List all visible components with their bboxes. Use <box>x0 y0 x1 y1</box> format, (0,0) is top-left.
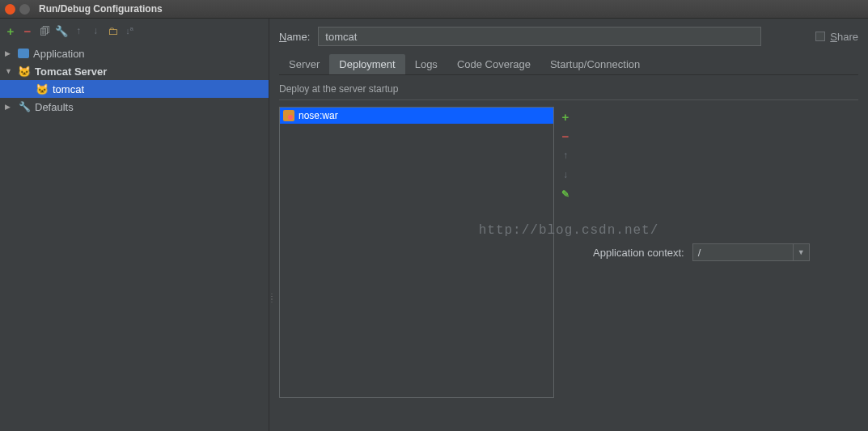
remove-artifact-icon[interactable]: − <box>559 129 572 142</box>
artifact-list[interactable]: nose:war <box>279 107 554 398</box>
wrench-icon: 🔧 <box>18 100 31 113</box>
window-title: Run/Debug Configurations <box>39 3 163 15</box>
settings-icon[interactable]: 🔧 <box>56 25 67 36</box>
artifact-item[interactable]: nose:war <box>280 108 553 124</box>
move-down-icon[interactable]: ↓ <box>90 25 101 36</box>
dropdown-icon: ▼ <box>793 244 809 260</box>
checkbox-icon <box>815 32 825 41</box>
chevron-down-icon: ▼ <box>5 67 15 75</box>
tree-item-tomcat[interactable]: 🐱 tomcat <box>0 80 269 98</box>
splitter-handle[interactable]: ⋮⋮ <box>268 295 275 300</box>
add-icon[interactable]: + <box>5 25 16 36</box>
tree-item-tomcat-server[interactable]: ▼ 🐱 Tomcat Server <box>0 62 269 80</box>
tomcat-icon: 🐱 <box>18 65 31 78</box>
tab-deployment[interactable]: Deployment <box>329 54 404 74</box>
tomcat-icon: 🐱 <box>36 82 49 95</box>
artifact-icon <box>283 110 294 121</box>
tab-logs[interactable]: Logs <box>405 54 447 74</box>
context-select[interactable]: / ▼ <box>692 243 810 261</box>
divider <box>279 99 858 100</box>
tab-server[interactable]: Server <box>279 54 329 74</box>
sidebar-toolbar: + − 🗐 🔧 ↑ ↓ 🗀 ↓ª <box>0 19 269 43</box>
chevron-right-icon: ▶ <box>5 103 15 111</box>
share-label: Share <box>830 31 858 43</box>
config-tree: ▶ Application ▼ 🐱 Tomcat Server 🐱 tomcat… <box>0 43 269 431</box>
name-label: Name: <box>279 31 310 43</box>
tree-label: tomcat <box>53 83 84 95</box>
copy-icon[interactable]: 🗐 <box>39 25 50 36</box>
remove-icon[interactable]: − <box>22 25 33 36</box>
move-artifact-down-icon[interactable]: ↓ <box>559 168 572 181</box>
tree-item-application[interactable]: ▶ Application <box>0 44 269 62</box>
titlebar: Run/Debug Configurations <box>0 0 868 19</box>
application-icon <box>18 49 29 58</box>
move-up-icon[interactable]: ↑ <box>73 25 84 36</box>
context-label: Application context: <box>593 247 684 259</box>
add-artifact-icon[interactable]: + <box>559 110 572 123</box>
chevron-right-icon: ▶ <box>5 49 15 57</box>
edit-artifact-icon[interactable]: ✎ <box>559 188 572 201</box>
name-input[interactable] <box>318 27 761 46</box>
folder-icon[interactable]: 🗀 <box>107 25 118 36</box>
tab-code-coverage[interactable]: Code Coverage <box>447 54 540 74</box>
move-artifact-up-icon[interactable]: ↑ <box>559 149 572 162</box>
window-close-button[interactable] <box>5 4 15 15</box>
deploy-section-label: Deploy at the server startup <box>279 83 858 95</box>
context-value: / <box>693 247 793 259</box>
window-minimize-button[interactable] <box>19 4 30 15</box>
tab-startup-connection[interactable]: Startup/Connection <box>540 54 650 74</box>
tree-label: Tomcat Server <box>35 65 107 78</box>
sort-icon[interactable]: ↓ª <box>124 25 135 36</box>
share-checkbox[interactable]: Share <box>815 31 858 43</box>
tree-label: Defaults <box>35 101 74 113</box>
tree-item-defaults[interactable]: ▶ 🔧 Defaults <box>0 98 269 116</box>
main-panel: Name: Share Server Deployment Logs Code … <box>269 19 868 431</box>
sidebar: + − 🗐 🔧 ↑ ↓ 🗀 ↓ª ▶ Application ▼ 🐱 Tomca… <box>0 19 269 431</box>
tabs: Server Deployment Logs Code Coverage Sta… <box>279 54 858 75</box>
artifact-label: nose:war <box>299 110 338 121</box>
artifact-toolbar: + − ↑ ↓ ✎ <box>554 107 577 398</box>
tree-label: Application <box>33 48 85 60</box>
